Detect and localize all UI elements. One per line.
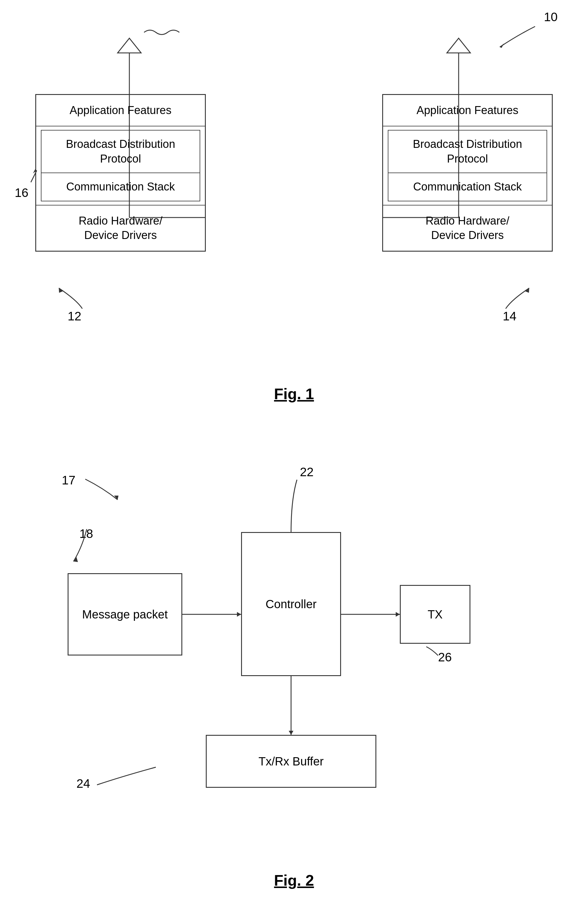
right-app-features: Application Features	[383, 95, 552, 126]
ctrl-to-tx-arrowhead	[396, 612, 400, 617]
tx-box: TX	[400, 585, 470, 644]
right-comm-stack: Communication Stack	[388, 173, 546, 200]
left-comm-stack: Communication Stack	[42, 173, 200, 200]
ref-22-line	[291, 480, 297, 532]
left-antenna-triangle	[118, 38, 141, 53]
ref-17-label: 17	[62, 473, 75, 487]
ref-10-label: 10	[544, 10, 558, 24]
left-bdp-box: Broadcast DistributionProtocol Communica…	[41, 130, 200, 201]
right-bdp-box: Broadcast DistributionProtocol Communica…	[388, 130, 547, 201]
ref-10-arrow	[500, 26, 535, 47]
right-bdp: Broadcast DistributionProtocol	[388, 131, 546, 173]
page: 10	[0, 0, 588, 898]
right-antenna-triangle	[447, 38, 470, 53]
txrx-buffer-box: Tx/Rx Buffer	[206, 735, 376, 788]
ref-14-label: 14	[503, 309, 517, 323]
left-antenna-signal	[144, 30, 179, 35]
ctrl-to-buf-arrowhead	[289, 731, 293, 735]
ref-26-label: 26	[438, 650, 452, 664]
ref-10-arrowhead	[500, 43, 504, 48]
ref-17-arrow	[85, 479, 118, 500]
left-radio-hw: Radio Hardware/Device Drivers	[36, 205, 205, 251]
ref-16-label: 16	[15, 186, 29, 200]
ref-18-label: 18	[79, 527, 93, 541]
ref-24-line	[97, 767, 156, 785]
right-device-box: Application Features Broadcast Distribut…	[382, 94, 553, 252]
ref-12-label: 12	[68, 309, 82, 323]
ref-24-label: 24	[77, 777, 90, 790]
fig1-caption: Fig. 1	[274, 385, 314, 403]
ref-26-line	[426, 647, 438, 655]
ref-22-label: 22	[300, 465, 314, 479]
message-packet-box: Message packet	[68, 573, 182, 655]
fig1-section: 10	[0, 0, 588, 412]
left-bdp: Broadcast DistributionProtocol	[42, 131, 200, 173]
msg-to-ctrl-arrowhead	[237, 612, 241, 617]
fig2-caption: Fig. 2	[274, 872, 314, 889]
left-device-box: Application Features Broadcast Distribut…	[35, 94, 206, 252]
left-app-features: Application Features	[36, 95, 205, 126]
controller-box: Controller	[241, 532, 341, 676]
fig2-section: 17 18 22 24 26	[0, 441, 588, 898]
right-radio-hw: Radio Hardware/Device Drivers	[383, 205, 552, 251]
